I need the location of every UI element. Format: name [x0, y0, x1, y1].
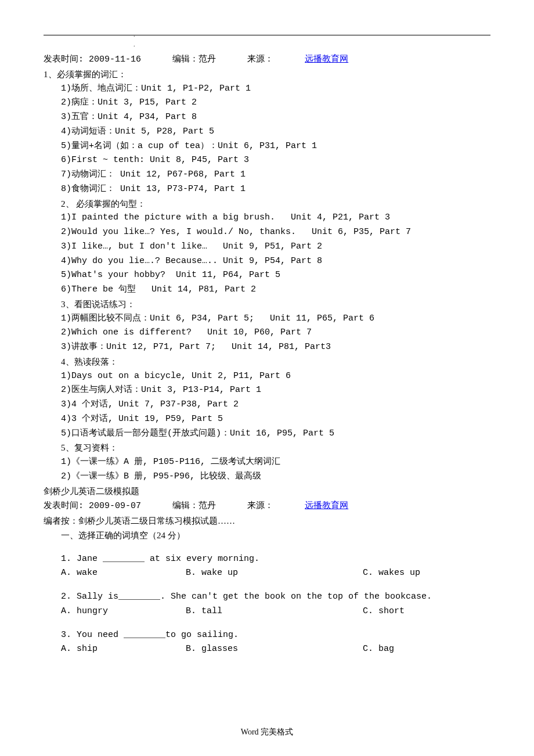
mock-editor-name: 范丹 [199, 501, 216, 510]
question-stem: 2. Sally is________. She can't get the b… [61, 590, 490, 604]
option-c: C. bag [363, 642, 490, 657]
section3-title: 3、看图说话练习： [61, 297, 490, 312]
list-item: 3)五官：Unit 4, P34, Part 8 [61, 110, 490, 125]
page-footer: Word 完美格式 [0, 725, 534, 739]
option-b: B. glasses [186, 642, 363, 657]
question: 2. Sally is________. She can't get the b… [44, 590, 490, 619]
question: 1. Jane ________ at six every morning. A… [44, 552, 490, 581]
list-item: 2)《一课一练》B 册, P95-P96, 比较级、最高级 [61, 470, 490, 484]
section4-title: 4、熟读段落： [61, 355, 490, 369]
section2-title: 2、 必须掌握的句型： [61, 197, 490, 211]
list-item: 3)I like…, but I don't like… Unit 9, P51… [61, 240, 490, 254]
list-item: 6)There be 句型 Unit 14, P81, Part 2 [61, 283, 490, 297]
question-stem: 3. You need ________to go sailing. [61, 628, 490, 643]
header-dots [134, 30, 400, 49]
mock-publish-date: 发表时间: 2009-09-07 [44, 501, 141, 511]
list-item: 4)动词短语：Unit 5, P28, Part 5 [61, 125, 490, 139]
editor-note: 编者按：剑桥少儿英语二级日常练习模拟试题…… [44, 514, 490, 528]
section1-title: 1、必须掌握的词汇： [44, 67, 490, 82]
list-item: 5)What's your hobby? Unit 11, P64, Part … [61, 268, 490, 283]
list-item: 5)口语考试最后一部分题型(开放式问题)：Unit 16, P95, Part … [61, 427, 490, 441]
list-item: 1)I painted the picture with a big brush… [61, 211, 490, 225]
list-item: 1)场所、地点词汇：Unit 1, P1-P2, Part 1 [61, 82, 490, 96]
list-item: 3)4 个对话, Unit 7, P37-P38, Part 2 [61, 398, 490, 412]
part1-title: 一、选择正确的词填空（24 分） [44, 528, 490, 543]
list-item: 1)《一课一练》A 册, P105-P116, 二级考试大纲词汇 [61, 455, 490, 470]
list-item: 1)Days out on a bicycle, Unit 2, P11, Pa… [61, 369, 490, 384]
list-item: 2)Would you like…? Yes, I would./ No, th… [61, 225, 490, 240]
list-item: 1)两幅图比较不同点：Unit 6, P34, Part 5; Unit 11,… [61, 312, 490, 326]
question-stem: 1. Jane ________ at six every morning. [61, 552, 490, 567]
list-item: 8)食物词汇： Unit 13, P73-P74, Part 1 [61, 182, 490, 197]
list-item: 5)量词+名词（如：a cup of tea）：Unit 6, P31, Par… [61, 139, 490, 154]
editor-name: 范丹 [199, 54, 216, 63]
source-label: 来源： [247, 54, 273, 63]
list-item: 4)Why do you lie….? Because….. Unit 9, P… [61, 254, 490, 269]
option-a: A. ship [61, 642, 186, 657]
option-c: C. wakes up [363, 566, 490, 581]
editor-label: 编辑： [172, 54, 199, 63]
option-a: A. hungry [61, 604, 186, 619]
mock-source-label: 来源： [247, 501, 273, 510]
list-item: 2)医生与病人对话：Unit 3, P13-P14, Part 1 [61, 383, 490, 398]
mock-title: 剑桥少儿英语二级模拟题 [44, 484, 490, 499]
list-item: 2)病症：Unit 3, P15, Part 2 [61, 96, 490, 110]
question: 3. You need ________to go sailing. A. sh… [44, 628, 490, 657]
option-a: A. wake [61, 566, 186, 581]
option-b: B. tall [186, 604, 363, 619]
list-item: 2)Which one is different? Unit 10, P60, … [61, 326, 490, 340]
source-link[interactable]: 远播教育网 [305, 54, 348, 63]
list-item: 6)First ~ tenth: Unit 8, P45, Part 3 [61, 153, 490, 168]
section5-title: 5、复习资料： [61, 441, 490, 455]
publish-date: 发表时间: 2009-11-16 [44, 55, 141, 64]
list-item: 3)讲故事：Unit 12, P71, Part 7; Unit 14, P81… [61, 340, 490, 355]
list-item: 4)3 个对话, Unit 19, P59, Part 5 [61, 412, 490, 427]
mock-editor-label: 编辑： [172, 501, 199, 510]
publish-line: 发表时间: 2009-11-16 编辑：范丹 来源： 远播教育网 [44, 52, 490, 67]
option-b: B. wake up [186, 566, 363, 581]
option-c: C. short [363, 604, 490, 619]
mock-source-link[interactable]: 远播教育网 [305, 501, 348, 510]
mock-publish-line: 发表时间: 2009-09-07 编辑：范丹 来源： 远播教育网 [44, 498, 490, 514]
list-item: 7)动物词汇： Unit 12, P67-P68, Part 1 [61, 168, 490, 182]
